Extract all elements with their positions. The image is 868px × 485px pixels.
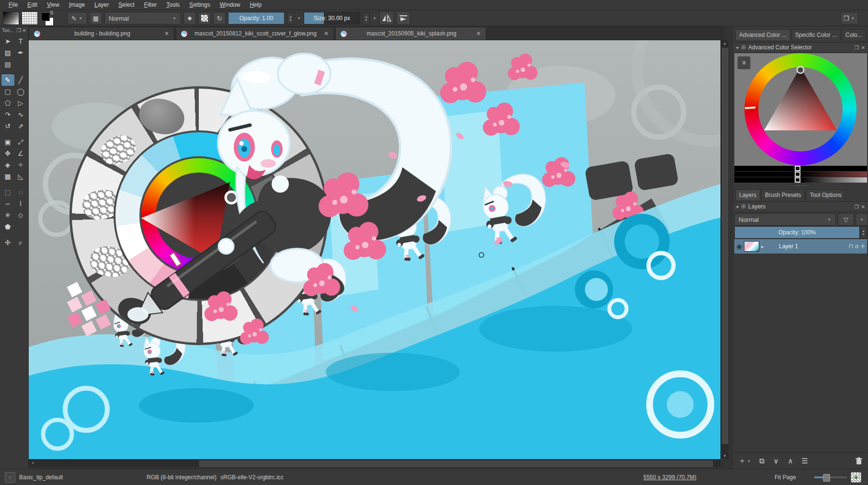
layer-thumbnail[interactable] (744, 241, 759, 252)
color-docker-tab-3[interactable]: Colo... (842, 29, 866, 40)
close-docker-icon[interactable]: ✕ (861, 45, 865, 50)
layer-properties-button[interactable]: ☰ (798, 455, 812, 467)
preserve-alpha-button[interactable] (198, 12, 211, 24)
color-docker-tab-2[interactable]: Specific Color ... (791, 29, 841, 40)
multibrush-tool[interactable]: ⇗ (14, 120, 27, 132)
layer-list-empty-area[interactable] (734, 254, 867, 451)
pattern-edit-tool[interactable]: ▤ (1, 58, 14, 70)
menu-item-select[interactable]: Select (114, 1, 139, 8)
shade-strip-2[interactable] (734, 172, 867, 177)
wrap-around-button[interactable] (396, 12, 411, 25)
layer-blending-mode-select[interactable]: Normal ▾ (734, 213, 836, 226)
layer-visibility-eye-icon[interactable]: ◉ (736, 242, 742, 250)
duplicate-layer-button[interactable]: ⧉ (754, 455, 769, 467)
docker-resize-handle[interactable]: ······ (733, 183, 868, 188)
gradient-swatch[interactable] (3, 12, 19, 25)
close-tab-icon[interactable]: ✕ (164, 30, 169, 37)
assistants-tool[interactable]: ◺ (14, 171, 27, 182)
ellipse-tool[interactable]: ◯ (14, 86, 27, 97)
polygon-tool[interactable]: ⬠ (1, 97, 14, 109)
menu-item-image[interactable]: Image (64, 1, 90, 8)
color-docker-tab-1[interactable]: Advanced Color ... (735, 29, 790, 40)
zoom-slider-handle[interactable] (823, 474, 830, 482)
blending-mode-select[interactable]: Normal ▾ (104, 12, 181, 24)
scroll-down-icon[interactable]: ▼ (721, 454, 729, 458)
layer-row[interactable]: ◉ ▸ Layer 1 ⊓ α ✛ (734, 239, 867, 254)
fg-bg-color-selector[interactable]: ⇅ (40, 12, 56, 25)
float-docker-icon[interactable]: ❐ (855, 204, 859, 209)
foreground-color-chip[interactable] (41, 12, 50, 21)
layer-opacity-slider[interactable]: Opacity: 100% (734, 226, 860, 239)
bezier-select-tool[interactable]: ⬟ (1, 221, 14, 232)
measure-tool[interactable]: ∠ (14, 148, 27, 159)
eraser-mode-button[interactable]: ⬥ (183, 12, 196, 24)
zoom-reset-button[interactable]: ◉ (851, 469, 861, 485)
add-layer-button[interactable]: ＋▾ (735, 455, 754, 467)
swap-colors-icon[interactable]: ⇅ (50, 10, 54, 15)
text-tool[interactable]: T (14, 35, 27, 47)
path-select-tool[interactable]: ⬦ (14, 209, 27, 221)
freehand-path-tool[interactable]: ∿ (14, 109, 27, 120)
elliptical-select-tool[interactable]: ◌ (14, 186, 27, 198)
layer-decor-icon[interactable]: ✛ (860, 243, 865, 250)
rectangular-select-tool[interactable]: ⬚ (1, 186, 14, 198)
pan-tool[interactable]: ✣ (1, 237, 14, 248)
layer-filter-caret[interactable]: ▾ (856, 213, 868, 226)
opacity-options-caret[interactable]: ▾ (297, 16, 301, 21)
shade-strip-1[interactable] (734, 166, 867, 171)
rectangle-tool[interactable]: ▢ (1, 86, 14, 97)
sv-triangle[interactable] (734, 53, 867, 166)
advanced-color-selector[interactable]: ≡ (734, 53, 867, 166)
zoom-slider[interactable] (814, 469, 847, 485)
dynamic-brush-tool[interactable]: ↺ (1, 120, 14, 132)
vertical-scrollbar[interactable]: ▲ ▼ (720, 40, 729, 459)
layer-filter-button[interactable]: ▽ (838, 213, 854, 226)
zoom-tool[interactable]: ⌕ (14, 237, 27, 248)
menu-item-settings[interactable]: Settings (184, 1, 215, 8)
document-tab-2[interactable]: mascot_20150812_kiki_scott_cover_f_glow.… (176, 27, 334, 40)
layers-docker-tab-1[interactable]: Layers (735, 189, 760, 200)
delete-layer-button[interactable] (852, 455, 866, 467)
mirror-horizontal-button[interactable] (379, 12, 394, 25)
scroll-left-icon[interactable]: ◂ (29, 461, 36, 465)
size-spinner[interactable]: ▴▾ (363, 12, 370, 24)
bezier-curve-tool[interactable]: ↷ (1, 109, 14, 120)
horizontal-scrollbar[interactable]: ◂ (29, 459, 720, 467)
float-docker-icon[interactable]: ❐ (855, 45, 859, 50)
transform-tool[interactable]: ⤢ (14, 136, 27, 148)
menu-item-tools[interactable]: Tools (161, 1, 184, 8)
opacity-spinner[interactable]: ▴▾ (287, 12, 294, 24)
size-options-caret[interactable]: ▾ (372, 16, 377, 21)
zoom-mode-label[interactable]: Fit Page (775, 469, 796, 485)
brush-size-slider[interactable]: Size: 30.00 px (304, 12, 360, 24)
layers-docker-tab-2[interactable]: Brush Presets (761, 189, 805, 200)
polyline-tool[interactable]: ▷ (14, 97, 27, 109)
resize-grip[interactable]: ⣠ (862, 479, 867, 483)
menu-item-view[interactable]: View (42, 1, 64, 8)
move-layer-down-button[interactable]: ∨ (769, 455, 783, 467)
select-shapes-tool[interactable]: ➤ (1, 35, 14, 47)
close-tab-icon[interactable]: ✕ (476, 30, 481, 37)
edit-shapes-tool[interactable]: ▨ (1, 47, 14, 58)
opacity-slider[interactable]: Opacity: 1.00 (228, 12, 285, 24)
collapse-icon[interactable]: ▾ (736, 204, 739, 209)
docker-menu-icon[interactable]: ⓐ (741, 203, 746, 210)
close-tab-icon[interactable]: ✕ (324, 30, 329, 37)
move-tool[interactable]: ✥ (1, 148, 14, 159)
freehand-brush-tool[interactable]: ✎ (1, 74, 14, 86)
color-sampler-tool[interactable]: ✧ (14, 159, 27, 171)
fill-tool[interactable]: ◈ (1, 159, 14, 171)
menu-item-file[interactable]: File (4, 1, 23, 8)
shade-strip-3[interactable] (734, 177, 867, 183)
close-docker-icon[interactable]: ✕ (861, 204, 865, 209)
gradient-tool[interactable]: ▩ (1, 171, 14, 182)
contiguous-select-tool[interactable]: ✳ (1, 209, 14, 221)
menu-item-filter[interactable]: Filter (139, 1, 162, 8)
layers-docker-tab-3[interactable]: Tool Options (806, 189, 845, 200)
similar-select-tool[interactable]: ⌇ (14, 198, 27, 209)
inherit-alpha-icon[interactable]: ⊓ (849, 243, 853, 250)
calligraphy-tool[interactable]: ✒ (14, 47, 27, 58)
freehand-select-tool[interactable]: ∽ (1, 198, 14, 209)
menu-item-layer[interactable]: Layer (90, 1, 114, 8)
move-layer-up-button[interactable]: ∧ (783, 455, 798, 467)
